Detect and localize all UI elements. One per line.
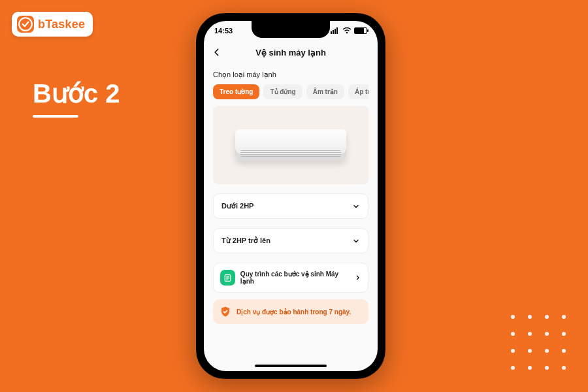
app-header: Vệ sinh máy lạnh [204,41,378,64]
cleaning-process-link[interactable]: Quy trình các bước vệ sinh Máy lạnh [213,263,368,293]
brand-logo-mark [17,16,34,33]
home-indicator[interactable] [255,365,327,367]
brand-name: bTaskee [38,18,85,31]
warranty-text: Dịch vụ được bảo hành trong 7 ngày. [237,308,351,316]
checklist-icon [220,270,235,286]
option-from-2hp[interactable]: Từ 2HP trở lên [213,228,368,253]
svg-point-0 [19,18,32,31]
status-time: 14:53 [214,27,233,35]
brand-logo: bTaskee [12,12,93,37]
svg-point-6 [346,32,348,34]
battery-icon [354,27,367,34]
content-area: Chọn loại máy lạnh Treo tường Tủ đứng Âm… [204,64,378,324]
svg-rect-3 [333,30,334,34]
option-under-2hp-label: Dưới 2HP [221,202,253,210]
back-button[interactable] [210,46,223,59]
option-from-2hp-label: Từ 2HP trở lên [221,237,270,245]
page-title: Vệ sinh máy lạnh [255,48,326,57]
warranty-notice: Dịch vụ được bảo hành trong 7 ngày. [213,299,368,324]
signal-icon [331,27,340,34]
chevron-right-icon [354,274,361,282]
svg-rect-5 [336,27,338,34]
choose-type-label: Chọn loại máy lạnh [213,71,368,79]
ac-type-tabs: Treo tường Tủ đứng Âm trần Áp tr [213,84,368,99]
phone-screen: 14:53 Vệ sinh máy lạnh Chọn loại máy lạn… [204,21,378,371]
phone-frame: 14:53 Vệ sinh máy lạnh Chọn loại máy lạn… [196,13,385,379]
tab-wall-mounted[interactable]: Treo tường [213,84,259,99]
ac-unit-illustration [235,129,346,161]
option-under-2hp[interactable]: Dưới 2HP [213,193,368,219]
status-right [331,27,367,34]
step-label: Bước 2 [33,78,120,108]
shield-check-icon [220,306,231,318]
tab-ceiling[interactable]: Âm trần [306,84,344,99]
tab-standing[interactable]: Tủ đứng [263,84,302,99]
step-underline [33,115,78,118]
decorative-dot-grid [511,315,568,372]
svg-rect-2 [331,31,332,34]
chevron-left-icon [212,48,221,57]
chevron-down-icon [352,203,360,210]
phone-notch [252,21,330,38]
tab-cassette[interactable]: Áp tr [348,84,368,99]
product-image [213,106,368,184]
tutorial-slide: bTaskee Bước 2 14:53 [0,0,588,392]
svg-rect-4 [335,29,336,34]
chevron-down-icon [352,237,360,245]
wifi-icon [342,27,351,34]
cleaning-process-text: Quy trình các bước vệ sinh Máy lạnh [240,270,349,285]
